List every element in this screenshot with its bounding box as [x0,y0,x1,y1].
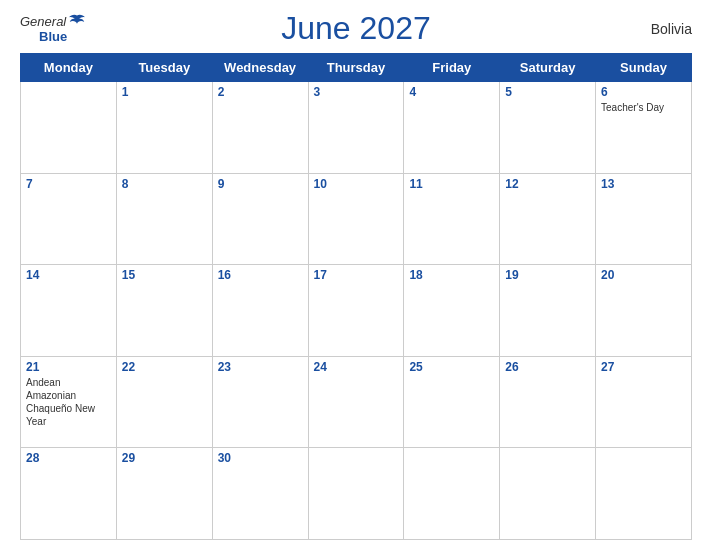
logo-general-text: General [20,14,66,29]
day-number: 17 [314,268,399,282]
day-number: 19 [505,268,590,282]
calendar-cell: 28 [21,448,117,540]
weekday-header-tuesday: Tuesday [116,54,212,82]
day-number: 29 [122,451,207,465]
calendar-week-row: 282930 [21,448,692,540]
calendar-cell: 8 [116,173,212,265]
calendar-cell: 16 [212,265,308,357]
weekday-header-row: MondayTuesdayWednesdayThursdayFridaySatu… [21,54,692,82]
calendar-cell: 26 [500,356,596,448]
calendar-title: June 2027 [281,10,430,47]
calendar-cell: 6Teacher's Day [596,82,692,174]
calendar-cell: 12 [500,173,596,265]
day-number: 12 [505,177,590,191]
logo: General Blue [20,13,86,44]
weekday-header-monday: Monday [21,54,117,82]
calendar-cell [404,448,500,540]
calendar-cell: 18 [404,265,500,357]
day-number: 5 [505,85,590,99]
day-number: 14 [26,268,111,282]
day-number: 23 [218,360,303,374]
calendar-cell: 24 [308,356,404,448]
calendar-table: MondayTuesdayWednesdayThursdayFridaySatu… [20,53,692,540]
day-number: 6 [601,85,686,99]
day-number: 16 [218,268,303,282]
day-number: 30 [218,451,303,465]
calendar-week-row: 78910111213 [21,173,692,265]
calendar-cell: 27 [596,356,692,448]
calendar-cell: 7 [21,173,117,265]
day-number: 9 [218,177,303,191]
calendar-cell: 15 [116,265,212,357]
calendar-cell: 2 [212,82,308,174]
calendar-cell: 23 [212,356,308,448]
calendar-cell: 20 [596,265,692,357]
country-label: Bolivia [651,21,692,37]
calendar-cell [500,448,596,540]
weekday-header-friday: Friday [404,54,500,82]
calendar-cell: 25 [404,356,500,448]
day-number: 15 [122,268,207,282]
weekday-header-thursday: Thursday [308,54,404,82]
day-number: 10 [314,177,399,191]
day-number: 11 [409,177,494,191]
day-number: 28 [26,451,111,465]
calendar-cell [308,448,404,540]
logo-blue-text: Blue [39,29,67,44]
day-number: 22 [122,360,207,374]
day-number: 13 [601,177,686,191]
day-number: 20 [601,268,686,282]
calendar-cell: 17 [308,265,404,357]
day-event: Andean Amazonian Chaqueño New Year [26,376,111,428]
calendar-cell: 1 [116,82,212,174]
calendar-cell: 10 [308,173,404,265]
calendar-cell: 19 [500,265,596,357]
weekday-header-saturday: Saturday [500,54,596,82]
day-number: 26 [505,360,590,374]
calendar-body: 123456Teacher's Day789101112131415161718… [21,82,692,540]
calendar-cell: 3 [308,82,404,174]
calendar-week-row: 14151617181920 [21,265,692,357]
calendar-cell [596,448,692,540]
weekday-header-wednesday: Wednesday [212,54,308,82]
day-number: 24 [314,360,399,374]
day-number: 25 [409,360,494,374]
calendar-cell: 5 [500,82,596,174]
calendar-cell: 29 [116,448,212,540]
calendar-header: General Blue June 2027 Bolivia [20,10,692,47]
calendar-cell: 11 [404,173,500,265]
day-number: 1 [122,85,207,99]
calendar-week-row: 21Andean Amazonian Chaqueño New Year2223… [21,356,692,448]
calendar-cell: 22 [116,356,212,448]
day-number: 2 [218,85,303,99]
day-number: 18 [409,268,494,282]
logo-bird-icon [68,13,86,29]
calendar-cell: 30 [212,448,308,540]
calendar-week-row: 123456Teacher's Day [21,82,692,174]
day-number: 7 [26,177,111,191]
day-number: 4 [409,85,494,99]
calendar-cell: 14 [21,265,117,357]
day-event: Teacher's Day [601,101,686,114]
weekday-header-sunday: Sunday [596,54,692,82]
day-number: 21 [26,360,111,374]
calendar-cell: 9 [212,173,308,265]
day-number: 3 [314,85,399,99]
calendar-cell [21,82,117,174]
day-number: 27 [601,360,686,374]
calendar-cell: 13 [596,173,692,265]
day-number: 8 [122,177,207,191]
calendar-cell: 21Andean Amazonian Chaqueño New Year [21,356,117,448]
calendar-cell: 4 [404,82,500,174]
